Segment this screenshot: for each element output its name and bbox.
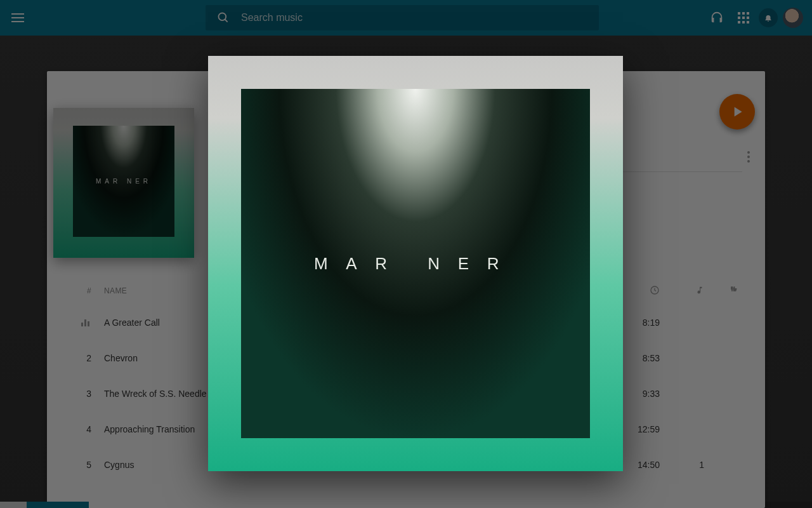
album-art-large-title: MAR NER [314, 254, 517, 274]
album-art-large: MAR NER [208, 56, 623, 471]
album-art-modal[interactable]: MAR NER [208, 56, 623, 471]
